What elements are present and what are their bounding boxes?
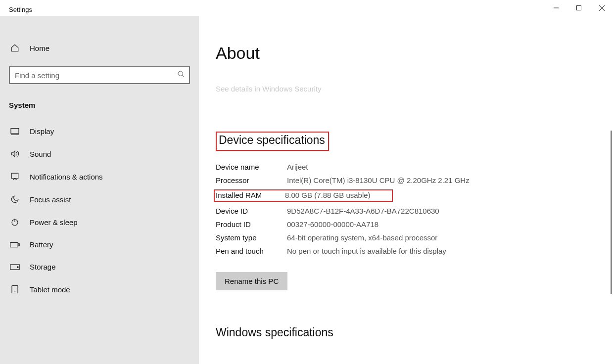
scrollbar-thumb[interactable] bbox=[611, 131, 612, 294]
sidebar-item-label: Power & sleep bbox=[30, 218, 78, 227]
svg-point-14 bbox=[17, 266, 19, 268]
spec-label-systemtype: System type bbox=[216, 233, 287, 242]
close-button[interactable] bbox=[590, 0, 613, 16]
ram-highlight-box: Installed RAM 8.00 GB (7.88 GB usable) bbox=[214, 189, 393, 202]
spec-value-devicename: Arijeet bbox=[287, 163, 613, 171]
sidebar-item-tablet-mode[interactable]: Tablet mode bbox=[0, 278, 199, 301]
spec-value-systemtype: 64-bit operating system, x64-based proce… bbox=[287, 233, 613, 242]
app-title: Settings bbox=[9, 6, 32, 13]
device-specs-heading: Device specifications bbox=[216, 132, 329, 151]
spec-value-deviceid: 9D52A8C7-B12F-4A33-A6D7-BA722C810630 bbox=[287, 207, 613, 215]
sidebar-item-label: Display bbox=[30, 127, 54, 136]
sidebar-item-label: Tablet mode bbox=[30, 285, 70, 294]
home-icon bbox=[10, 44, 20, 52]
minimize-button[interactable] bbox=[545, 0, 567, 16]
home-nav[interactable]: Home bbox=[0, 39, 199, 57]
sidebar-item-sound[interactable]: Sound bbox=[0, 142, 199, 165]
rename-pc-button[interactable]: Rename this PC bbox=[216, 272, 287, 290]
spec-label-pentouch: Pen and touch bbox=[216, 247, 287, 255]
maximize-button[interactable] bbox=[567, 0, 590, 16]
spec-label-deviceid: Device ID bbox=[216, 207, 287, 215]
sidebar-item-label: Notifications & actions bbox=[30, 173, 103, 181]
svg-rect-6 bbox=[11, 128, 19, 133]
page-title: About bbox=[216, 44, 613, 63]
svg-rect-11 bbox=[10, 242, 18, 247]
sidebar-category: System bbox=[9, 101, 199, 109]
svg-rect-12 bbox=[18, 243, 19, 246]
sidebar-item-label: Storage bbox=[30, 263, 56, 271]
sidebar-item-battery[interactable]: Battery bbox=[0, 233, 199, 256]
content-pane: About See details in Windows Security De… bbox=[199, 16, 613, 364]
sound-icon bbox=[10, 149, 20, 158]
svg-point-4 bbox=[178, 71, 183, 76]
search-wrap bbox=[9, 66, 190, 84]
search-input[interactable] bbox=[9, 66, 190, 84]
home-label: Home bbox=[30, 44, 49, 52]
device-specs-heading-wrap: Device specifications bbox=[216, 132, 613, 151]
spec-row-ram: Installed RAM 8.00 GB (7.88 GB usable) bbox=[216, 189, 613, 202]
sidebar-item-label: Battery bbox=[30, 240, 53, 249]
spec-value-ram: 8.00 GB (7.88 GB usable) bbox=[285, 191, 389, 199]
device-specs-table: Device name Arijeet Processor Intel(R) C… bbox=[216, 163, 613, 255]
spec-label-devicename: Device name bbox=[216, 163, 287, 171]
search-icon bbox=[177, 70, 185, 80]
sidebar: Home System Display Sound Notifica bbox=[0, 16, 199, 364]
storage-icon bbox=[10, 264, 20, 271]
spec-label-ram: Installed RAM bbox=[216, 191, 285, 199]
spec-value-pentouch: No pen or touch input is available for t… bbox=[287, 247, 613, 255]
svg-rect-1 bbox=[577, 6, 581, 10]
sidebar-item-power-sleep[interactable]: Power & sleep bbox=[0, 211, 199, 233]
titlebar: Settings bbox=[0, 0, 613, 16]
notifications-icon bbox=[10, 172, 20, 181]
windows-specs-heading: Windows specifications bbox=[216, 326, 613, 339]
sidebar-item-display[interactable]: Display bbox=[0, 120, 199, 142]
spec-label-processor: Processor bbox=[216, 176, 287, 184]
sidebar-item-storage[interactable]: Storage bbox=[0, 256, 199, 278]
svg-rect-8 bbox=[11, 173, 18, 179]
battery-icon bbox=[10, 241, 20, 248]
sidebar-item-label: Focus assist bbox=[30, 195, 71, 204]
sidebar-item-label: Sound bbox=[30, 150, 51, 158]
sidebar-item-notifications[interactable]: Notifications & actions bbox=[0, 165, 199, 188]
display-icon bbox=[10, 128, 20, 136]
main-area: Home System Display Sound Notifica bbox=[0, 16, 613, 364]
tablet-icon bbox=[10, 285, 20, 294]
sidebar-item-focus-assist[interactable]: Focus assist bbox=[0, 188, 199, 211]
spec-value-productid: 00327-60000-00000-AA718 bbox=[287, 220, 613, 228]
security-subtext: See details in Windows Security bbox=[216, 85, 613, 93]
focus-assist-icon bbox=[10, 195, 20, 204]
spec-label-productid: Product ID bbox=[216, 220, 287, 228]
svg-line-5 bbox=[182, 75, 184, 77]
power-icon bbox=[10, 218, 20, 227]
spec-value-processor: Intel(R) Core(TM) i3-8130U CPU @ 2.20GHz… bbox=[287, 176, 613, 184]
